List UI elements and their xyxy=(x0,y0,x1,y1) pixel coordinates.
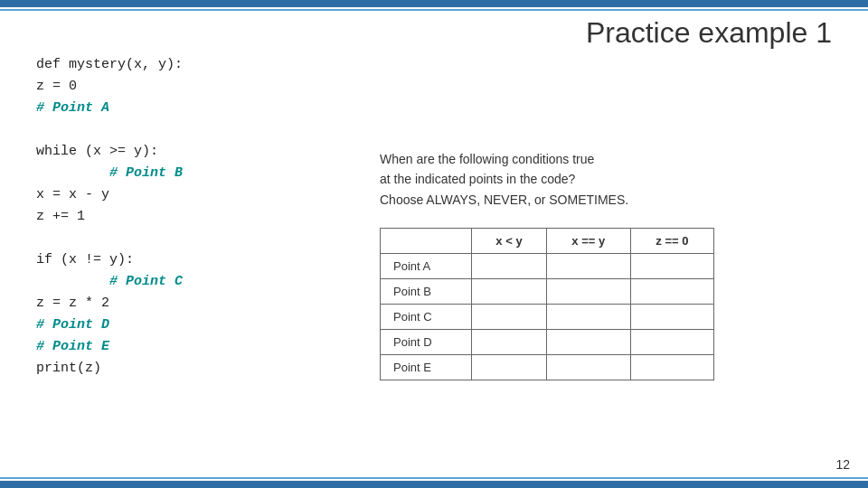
code-line-5: while (x >= y): xyxy=(36,141,183,163)
cell-a-1 xyxy=(472,254,546,279)
row-label-point-b: Point B xyxy=(381,279,472,305)
conditions-table: x < y x == y z == 0 Point A Point B Poin… xyxy=(380,228,714,380)
row-label-point-e: Point E xyxy=(381,355,472,380)
col-header-empty xyxy=(381,229,472,254)
bottom-bar xyxy=(0,481,868,488)
code-line-4 xyxy=(36,119,183,141)
code-line-9 xyxy=(36,228,183,249)
top-line xyxy=(0,9,868,11)
code-section: def mystery(x, y): z = 0 # Point A while… xyxy=(36,54,183,380)
cell-c-2 xyxy=(546,305,630,330)
cell-d-1 xyxy=(472,330,546,355)
comment-point-c: # Point C xyxy=(101,274,183,289)
top-bar xyxy=(0,0,868,7)
right-section: When are the following conditions trueat… xyxy=(380,149,841,380)
code-line-2: z = 0 xyxy=(36,76,183,98)
cell-c-3 xyxy=(630,305,713,330)
code-line-14: # Point E xyxy=(36,336,183,358)
cell-b-3 xyxy=(630,279,713,305)
cell-a-2 xyxy=(546,254,630,279)
col-header-x-eq-y: x == y xyxy=(546,229,630,254)
code-line-15: print(z) xyxy=(36,358,183,380)
code-line-12: z = z * 2 xyxy=(36,293,183,314)
row-label-point-a: Point A xyxy=(381,254,472,279)
code-line-11: # Point C xyxy=(36,271,183,293)
code-line-13: # Point D xyxy=(36,314,183,336)
row-label-point-c: Point C xyxy=(381,305,472,330)
code-line-8: z += 1 xyxy=(36,206,183,228)
cell-a-3 xyxy=(630,254,713,279)
table-row: Point C xyxy=(381,305,714,330)
code-line-10: if (x != y): xyxy=(36,249,183,271)
cell-d-2 xyxy=(546,330,630,355)
page-number: 12 xyxy=(835,457,850,472)
table-row: Point A xyxy=(381,254,714,279)
cell-e-1 xyxy=(472,355,546,380)
comment-point-a: # Point A xyxy=(36,100,109,116)
cell-e-2 xyxy=(546,355,630,380)
question-text: When are the following conditions trueat… xyxy=(380,149,841,210)
table-header-row: x < y x == y z == 0 xyxy=(381,229,714,254)
code-line-1: def mystery(x, y): xyxy=(36,54,183,76)
comment-point-b: # Point B xyxy=(101,165,183,181)
cell-b-2 xyxy=(546,279,630,305)
cell-c-1 xyxy=(472,305,546,330)
table-row: Point E xyxy=(381,355,714,380)
cell-b-1 xyxy=(472,279,546,305)
table-row: Point B xyxy=(381,279,714,305)
page-title: Practice example 1 xyxy=(586,16,832,50)
comment-point-d: # Point D xyxy=(36,317,109,333)
comment-point-e: # Point E xyxy=(36,339,109,354)
code-line-7: x = x - y xyxy=(36,184,183,206)
code-line-3: # Point A xyxy=(36,98,183,119)
col-header-z-eq-0: z == 0 xyxy=(630,229,713,254)
bottom-line xyxy=(0,477,868,479)
code-line-6: # Point B xyxy=(36,163,183,184)
row-label-point-d: Point D xyxy=(381,330,472,355)
col-header-x-lt-y: x < y xyxy=(472,229,546,254)
cell-e-3 xyxy=(630,355,713,380)
table-row: Point D xyxy=(381,330,714,355)
cell-d-3 xyxy=(630,330,713,355)
